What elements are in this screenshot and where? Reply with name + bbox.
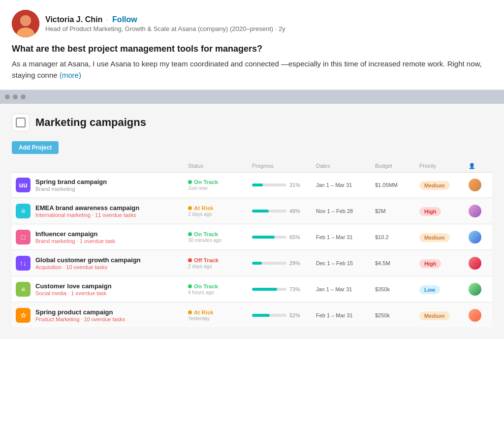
author-row: Victoria J. Chin · Follow Head of Produc… — [12, 10, 492, 37]
priority-cell: Medium — [419, 181, 469, 190]
header-progress: Progress — [252, 163, 316, 169]
status-time: 2 days ago — [188, 264, 252, 269]
project-sub: Brand marketing · 1 overdue task — [35, 238, 115, 244]
assignee-avatar — [469, 231, 481, 244]
assignee-cell — [469, 309, 488, 322]
status-dot — [188, 206, 192, 210]
project-icon: ☆ — [16, 308, 31, 323]
project-sub: Brand marketing — [35, 186, 107, 192]
post-body: As a manager at Asana, I use Asana to ke… — [12, 59, 492, 81]
assignee-avatar — [469, 257, 481, 270]
priority-badge: Medium — [419, 181, 450, 190]
assignee-avatar — [469, 205, 481, 217]
progress-cell: 73% — [252, 286, 316, 292]
project-icon: ≡ — [16, 204, 31, 218]
add-project-button[interactable]: Add Project — [12, 141, 59, 154]
project-name: Global customer growth campaign — [35, 256, 141, 264]
progress-pct: 52% — [289, 312, 304, 318]
dates-cell: Jan 1 – Mar 31 — [316, 182, 375, 188]
status-cell: Off Track 2 days ago — [188, 257, 252, 269]
author-info: Victoria J. Chin · Follow Head of Produc… — [45, 15, 285, 32]
header-assignee: 👤 — [469, 163, 488, 169]
status-cell: At Risk Yesterday — [188, 309, 252, 321]
author-name-row: Victoria J. Chin · Follow — [45, 15, 285, 24]
table-row[interactable]: ↑↓ Global customer growth campaign Acqui… — [12, 251, 492, 276]
browser-dot-3 — [21, 94, 26, 99]
project-info: ↑↓ Global customer growth campaign Acqui… — [16, 256, 188, 271]
status-dot — [188, 180, 192, 184]
status-label: At Risk — [194, 309, 214, 315]
table-header: Status Progress Dates Budget Priority 👤 — [12, 160, 492, 173]
assignee-cell — [469, 205, 488, 217]
status-label: On Track — [194, 283, 218, 289]
status-cell: At Risk 2 days ago — [188, 205, 252, 217]
follow-button[interactable]: Follow — [112, 15, 137, 24]
post-title: What are the best project management too… — [12, 43, 492, 55]
progress-bar-bg — [252, 314, 286, 317]
more-link[interactable]: (more) — [60, 71, 81, 79]
priority-cell: High — [419, 207, 469, 216]
status-time: 2 days ago — [188, 212, 252, 217]
progress-bar-fill — [252, 288, 277, 291]
progress-bar-fill — [252, 210, 269, 213]
status-cell: On Track Just now — [188, 179, 252, 191]
status-time: 30 minutes ago — [188, 238, 252, 243]
assignee-cell — [469, 179, 488, 191]
dates-cell: Jan 1 – Mar 31 — [316, 286, 375, 292]
status-dot — [188, 258, 192, 262]
priority-badge: High — [419, 207, 441, 216]
progress-bar-bg — [252, 183, 286, 186]
progress-bar-bg — [252, 236, 286, 239]
table-row[interactable]: uu Spring brand campaign Brand marketing… — [12, 173, 492, 198]
table-row[interactable]: ≡ Customer love campaign Social media · … — [12, 277, 492, 302]
asana-title: Marketing campaigns — [35, 116, 146, 129]
progress-pct: 73% — [289, 286, 304, 292]
progress-bar-bg — [252, 210, 286, 213]
author-name: Victoria J. Chin — [45, 15, 102, 24]
status-label: On Track — [194, 179, 218, 185]
priority-badge: Low — [419, 285, 440, 294]
budget-cell: $350k — [375, 286, 419, 292]
header-status: Status — [188, 163, 252, 169]
project-info: ☆ Spring product campaign Product Market… — [16, 308, 188, 323]
status-badge: On Track — [188, 179, 252, 185]
assignee-avatar — [469, 283, 481, 296]
priority-badge: Medium — [419, 233, 450, 242]
status-label: Off Track — [194, 257, 219, 263]
priority-cell: Medium — [419, 233, 469, 242]
header-project — [16, 163, 188, 169]
status-dot — [188, 310, 192, 314]
status-badge: At Risk — [188, 309, 252, 315]
project-text: Customer love campaign Social media · 1 … — [35, 282, 112, 296]
table-row[interactable]: □ Influencer campaign Brand marketing · … — [12, 225, 492, 250]
avatar — [12, 10, 39, 37]
progress-pct: 49% — [289, 208, 304, 214]
budget-cell: $4.5M — [375, 260, 419, 266]
table-row[interactable]: ≡ EMEA brand awareness campaign Internat… — [12, 199, 492, 224]
assignee-cell — [469, 283, 488, 296]
assignee-avatar — [469, 179, 481, 191]
progress-pct: 65% — [289, 234, 304, 240]
asana-app: Marketing campaigns Add Project Status P… — [0, 104, 504, 339]
progress-bar-fill — [252, 262, 262, 265]
project-text: Influencer campaign Brand marketing · 1 … — [35, 230, 115, 244]
progress-cell: 52% — [252, 312, 316, 318]
status-time: 4 hours ago — [188, 290, 252, 295]
dates-cell: Nov 1 – Feb 28 — [316, 208, 375, 214]
project-sub: International marketing · 11 overdue tas… — [35, 212, 139, 218]
status-cell: On Track 30 minutes ago — [188, 231, 252, 243]
budget-cell: $1.05MM — [375, 182, 419, 188]
asana-header: Marketing campaigns — [12, 114, 492, 131]
table-row[interactable]: ☆ Spring product campaign Product Market… — [12, 303, 492, 328]
header-dates: Dates — [316, 163, 375, 169]
assignee-cell — [469, 231, 488, 244]
svg-point-3 — [20, 15, 31, 26]
status-cell: On Track 4 hours ago — [188, 283, 252, 295]
project-sub: Social media · 1 overdue task — [35, 290, 112, 296]
dates-cell: Feb 1 – Mar 31 — [316, 234, 375, 240]
browser-bar — [0, 90, 504, 104]
project-sub: Acquisition · 10 overdue tasks — [35, 264, 141, 270]
linkedin-post: Victoria J. Chin · Follow Head of Produc… — [0, 0, 504, 90]
priority-badge: High — [419, 259, 441, 268]
progress-bar-fill — [252, 183, 263, 186]
